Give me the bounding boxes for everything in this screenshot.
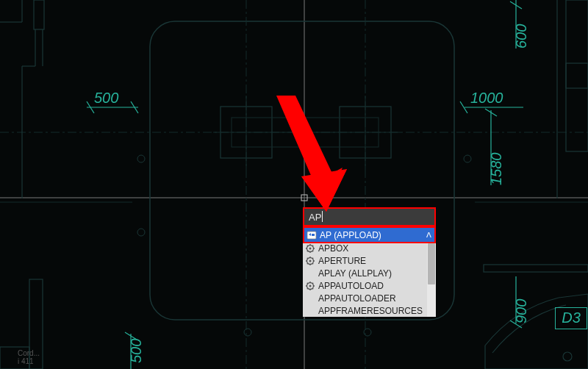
chevron-up-icon[interactable]: ᐱ (424, 231, 433, 239)
text-caret (322, 211, 323, 222)
blank-icon (305, 306, 315, 316)
gear-icon (305, 256, 315, 266)
suggestion-label: APPAUTOLOADER (318, 293, 434, 304)
suggestion-label: APERTURE (318, 256, 434, 266)
suggestion-label: APLAY (ALLPLAY) (318, 268, 434, 279)
suggestion-ap-appload[interactable]: AP (APPLOAD) ᐱ (304, 228, 434, 242)
svg-point-64 (309, 259, 312, 262)
command-input[interactable] (304, 209, 434, 225)
suggestion-appautoload[interactable]: APPAUTOLOAD (303, 279, 436, 292)
svg-rect-0 (0, 0, 588, 369)
command-suggestion-list: APBOX APERTURE APLAY (ALLPLAY) APPAUTOLO… (303, 242, 436, 317)
svg-rect-52 (312, 234, 315, 236)
suggestion-label: AP (APPLOAD) (320, 230, 424, 240)
suggestion-appautoloader[interactable]: APPAUTOLOADER (303, 292, 436, 304)
suggestion-label: APBOX (318, 243, 434, 254)
suggestion-label: APPFRAMERESOURCES (318, 306, 426, 316)
suggestion-scrollbar[interactable] (427, 242, 436, 317)
blank-icon (305, 268, 315, 279)
suggestion-appframeresources[interactable]: APPFRAMERESOURCES ᐯ (303, 304, 436, 317)
suggestion-apbox[interactable]: APBOX (303, 242, 436, 254)
cad-canvas[interactable] (0, 0, 588, 369)
suggestion-aplay[interactable]: APLAY (ALLPLAY) (303, 267, 436, 279)
suggestion-aperture[interactable]: APERTURE (303, 254, 436, 267)
suggestion-label: APPAUTOLOAD (318, 281, 434, 291)
svg-point-54 (309, 247, 312, 249)
command-suggestion-highlighted-wrap: AP (APPLOAD) ᐱ (303, 226, 436, 243)
gear-icon (305, 281, 315, 291)
command-input-wrap (303, 207, 436, 226)
gear-icon (305, 243, 315, 254)
blank-icon (305, 293, 315, 304)
coord-badge: Cord... i 411 (18, 349, 40, 365)
svg-point-74 (309, 284, 312, 287)
scrollbar-thumb[interactable] (428, 243, 435, 284)
appload-icon (306, 230, 317, 240)
